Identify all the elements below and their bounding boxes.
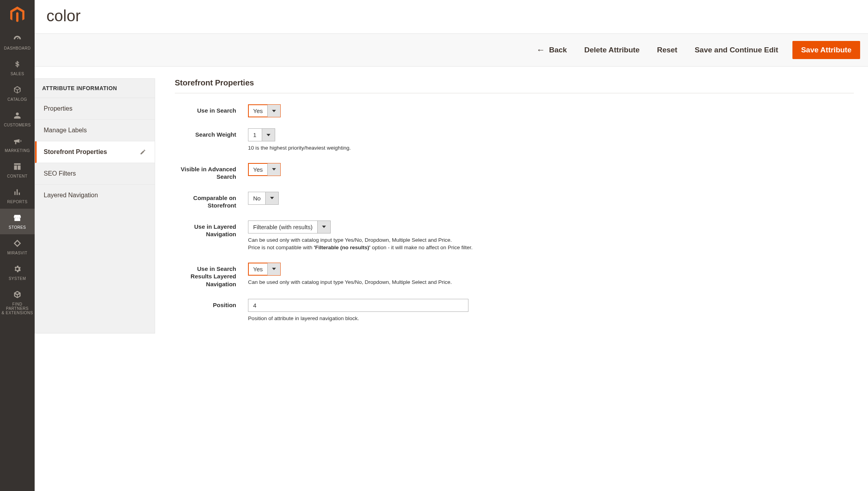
select-value: Yes xyxy=(248,263,267,275)
storefront-icon xyxy=(13,213,22,223)
select-value: 1 xyxy=(248,129,262,141)
nav-label: SALES xyxy=(11,72,24,76)
select-value: No xyxy=(248,192,265,204)
field-label: Comparable on Storefront xyxy=(175,192,248,209)
back-button[interactable]: ← Back xyxy=(533,42,570,58)
use-in-search-select[interactable]: Yes xyxy=(248,104,281,117)
field-comparable-storefront: Comparable on Storefront No xyxy=(175,192,854,209)
select-value: Filterable (with results) xyxy=(248,221,317,233)
nav-label: CATALOG xyxy=(7,97,27,102)
sidepanel-item-label: Manage Labels xyxy=(44,127,87,134)
nav-label: DASHBOARD xyxy=(4,46,31,50)
field-label: Visible in Advanced Search xyxy=(175,163,248,181)
use-in-search-results-layered-select[interactable]: Yes xyxy=(248,263,281,276)
field-use-in-search: Use in Search Yes xyxy=(175,104,854,117)
field-label: Use in Search Results Layered Navigation xyxy=(175,263,248,288)
chevron-down-icon xyxy=(267,105,280,117)
pencil-icon xyxy=(140,149,146,155)
nav-catalog[interactable]: CATALOG xyxy=(0,81,35,106)
sidepanel-item-label: SEO Filters xyxy=(44,170,76,177)
save-attribute-button[interactable]: Save Attribute xyxy=(792,41,860,59)
diamond-icon xyxy=(13,238,22,248)
sidepanel-header: ATTRIBUTE INFORMATION xyxy=(35,79,155,98)
field-visible-advanced-search: Visible in Advanced Search Yes xyxy=(175,163,854,181)
person-icon xyxy=(13,110,22,120)
nav-label: SYSTEM xyxy=(9,276,26,281)
chevron-down-icon xyxy=(262,129,275,141)
sidepanel-item-label: Storefront Properties xyxy=(44,148,107,156)
nav-stores[interactable]: STORES xyxy=(0,209,35,234)
nav-mirasvit[interactable]: MIRASVIT xyxy=(0,234,35,260)
nav-label: MARKETING xyxy=(5,148,30,153)
sidepanel-item-manage-labels[interactable]: Manage Labels xyxy=(35,120,155,141)
nav-label: FIND PARTNERS & EXTENSIONS xyxy=(2,302,33,315)
magento-logo-icon xyxy=(10,6,24,24)
nav-content[interactable]: CONTENT xyxy=(0,157,35,183)
field-note: Can be used only with catalog input type… xyxy=(248,237,854,252)
chevron-down-icon xyxy=(267,263,280,275)
gauge-icon xyxy=(13,33,22,44)
nav-system[interactable]: SYSTEM xyxy=(0,260,35,285)
field-position: Position Position of attribute in layere… xyxy=(175,299,854,322)
sidepanel-item-label: Layered Navigation xyxy=(44,192,98,199)
search-weight-select[interactable]: 1 xyxy=(248,128,275,141)
back-label: Back xyxy=(549,46,567,54)
nav-marketing[interactable]: MARKETING xyxy=(0,132,35,157)
field-label: Use in Layered Navigation xyxy=(175,220,248,238)
nav-label: CONTENT xyxy=(7,174,28,178)
section-title: Storefront Properties xyxy=(175,78,854,93)
nav-label: MIRASVIT xyxy=(7,251,27,255)
chevron-down-icon xyxy=(317,221,330,233)
nav-customers[interactable]: CUSTOMERS xyxy=(0,106,35,132)
comparable-storefront-select[interactable]: No xyxy=(248,192,279,205)
bar-chart-icon xyxy=(13,187,22,197)
magento-logo[interactable] xyxy=(0,0,35,30)
action-bar: ← Back Delete Attribute Reset Save and C… xyxy=(35,33,868,67)
content-row: ATTRIBUTE INFORMATION Properties Manage … xyxy=(35,67,868,357)
delete-attribute-button[interactable]: Delete Attribute xyxy=(581,42,643,58)
page-title: color xyxy=(35,0,868,33)
field-use-in-search-results-layered-nav: Use in Search Results Layered Navigation… xyxy=(175,263,854,288)
sidepanel-item-properties[interactable]: Properties xyxy=(35,98,155,120)
field-note: Can be used only with catalog input type… xyxy=(248,279,854,286)
cube-icon xyxy=(13,85,22,95)
nav-sales[interactable]: SALES xyxy=(0,55,35,81)
gear-icon xyxy=(13,264,22,274)
dollar-icon xyxy=(13,59,22,69)
layout-icon xyxy=(13,161,22,172)
nav-reports[interactable]: REPORTS xyxy=(0,183,35,209)
use-in-layered-nav-select[interactable]: Filterable (with results) xyxy=(248,220,331,233)
nav-label: CUSTOMERS xyxy=(4,123,31,127)
nav-dashboard[interactable]: DASHBOARD xyxy=(0,30,35,55)
sidepanel-item-layered-navigation[interactable]: Layered Navigation xyxy=(35,185,155,206)
sidepanel-item-storefront-properties[interactable]: Storefront Properties xyxy=(35,141,155,163)
partners-icon xyxy=(13,289,22,300)
nav-label: REPORTS xyxy=(7,200,28,204)
field-note: 10 is the highest priority/heaviest weig… xyxy=(248,145,854,152)
arrow-left-icon: ← xyxy=(537,46,545,54)
attribute-info-panel: ATTRIBUTE INFORMATION Properties Manage … xyxy=(35,78,155,334)
field-use-in-layered-nav: Use in Layered Navigation Filterable (wi… xyxy=(175,220,854,252)
select-value: Yes xyxy=(248,105,267,117)
chevron-down-icon xyxy=(265,192,278,204)
sidepanel-item-seo-filters[interactable]: SEO Filters xyxy=(35,163,155,185)
field-label: Use in Search xyxy=(175,104,248,115)
reset-button[interactable]: Reset xyxy=(654,42,681,58)
position-input[interactable] xyxy=(248,299,468,312)
select-value: Yes xyxy=(248,163,267,176)
chevron-down-icon xyxy=(267,163,280,176)
field-label: Position xyxy=(175,299,248,309)
nav-partners[interactable]: FIND PARTNERS & EXTENSIONS xyxy=(0,285,35,320)
admin-sidebar: DASHBOARD SALES CATALOG CUSTOMERS MARKET… xyxy=(0,0,35,491)
megaphone-icon xyxy=(13,136,22,146)
field-label: Search Weight xyxy=(175,128,248,139)
field-note: Position of attribute in layered navigat… xyxy=(248,315,854,322)
form-area: Storefront Properties Use in Search Yes … xyxy=(175,78,861,334)
visible-advanced-search-select[interactable]: Yes xyxy=(248,163,281,176)
nav-label: STORES xyxy=(9,225,26,230)
field-search-weight: Search Weight 1 10 is the highest priori… xyxy=(175,128,854,152)
main-area: color ← Back Delete Attribute Reset Save… xyxy=(35,0,868,491)
sidepanel-item-label: Properties xyxy=(44,105,72,112)
save-continue-button[interactable]: Save and Continue Edit xyxy=(692,42,781,58)
